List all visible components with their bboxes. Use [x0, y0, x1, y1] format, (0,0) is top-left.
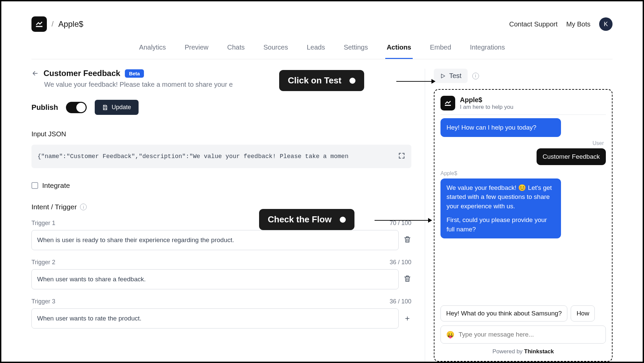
test-button[interactable]: Test — [434, 69, 468, 83]
tab-embed[interactable]: Embed — [429, 44, 453, 59]
trash-icon[interactable] — [403, 275, 411, 284]
topbar-left: / Apple$ — [31, 16, 83, 32]
tab-preview[interactable]: Preview — [183, 44, 210, 59]
user-message: Customer Feedback — [537, 148, 606, 165]
chat-logo — [440, 96, 455, 111]
info-icon[interactable]: i — [472, 73, 479, 79]
right-head: Test i — [434, 69, 613, 83]
tab-integrations[interactable]: Integrations — [469, 44, 506, 59]
trigger-3-count: 36 / 100 — [390, 298, 411, 305]
right-panel: Test i Apple$ I am here to help you Hey!… — [425, 69, 613, 362]
svg-rect-0 — [36, 26, 43, 27]
main-tabs: Analytics Preview Chats Sources Leads Se… — [31, 44, 613, 59]
tab-settings[interactable]: Settings — [342, 44, 369, 59]
integrate-checkbox[interactable] — [31, 182, 38, 189]
bot-message-1: We value your feedback! 😊 Let's get star… — [440, 178, 561, 239]
callout-dot — [349, 78, 355, 84]
update-button[interactable]: Update — [95, 100, 138, 115]
info-icon[interactable]: i — [80, 204, 87, 210]
expand-icon[interactable] — [398, 152, 405, 161]
input-json-label: Input JSON — [31, 130, 411, 138]
publish-label: Publish — [31, 103, 58, 112]
add-trigger-icon[interactable]: + — [403, 314, 411, 323]
topbar: / Apple$ Contact Support My Bots K — [31, 15, 613, 33]
chat-title: Apple$ — [460, 96, 513, 104]
chat-header: Apple$ I am here to help you — [440, 96, 606, 115]
contact-support-link[interactable]: Contact Support — [509, 20, 558, 28]
trigger-2-input[interactable] — [31, 269, 399, 289]
tab-sources[interactable]: Sources — [262, 44, 289, 59]
intent-row: Intent / Trigger i — [31, 203, 411, 211]
trash-icon[interactable] — [403, 235, 411, 245]
trigger-2-count: 36 / 100 — [390, 259, 411, 266]
action-title: Customer Feedback — [44, 69, 120, 78]
bot-label: Apple$ — [440, 170, 606, 176]
powered-by: Powered by Thinkstack — [440, 348, 606, 355]
trigger-2-label: Trigger 2 — [31, 259, 55, 266]
test-button-label: Test — [449, 72, 462, 80]
input-json-text: {"name":"Customer Feedback","description… — [37, 153, 394, 160]
callout-flow: Check the Flow — [259, 209, 354, 230]
callout-test-label: Click on Test — [288, 75, 341, 86]
callout-dot — [340, 217, 346, 223]
callout-test: Click on Test — [279, 70, 364, 91]
app-logo[interactable] — [31, 16, 47, 32]
play-icon — [440, 73, 446, 79]
emoji-icon[interactable]: 😛 — [446, 331, 455, 339]
suggestion-chip-2[interactable]: How — [571, 305, 595, 321]
trigger-3-input[interactable] — [31, 308, 399, 329]
tab-chats[interactable]: Chats — [226, 44, 246, 59]
tab-actions[interactable]: Actions — [385, 44, 412, 59]
breadcrumb-separator: / — [52, 20, 54, 28]
user-label: User — [440, 140, 606, 146]
trigger-1-count: 70 / 100 — [390, 220, 411, 227]
powered-prefix: Powered by — [492, 348, 524, 355]
arrow-line-test — [396, 81, 435, 82]
chat-input-row[interactable]: 😛 — [440, 325, 606, 344]
trigger-1-label: Trigger 1 — [31, 220, 55, 227]
beta-badge: Beta — [125, 69, 144, 78]
back-arrow-icon[interactable] — [31, 70, 39, 77]
bot-message-1-text: We value your feedback! 😊 Let's get star… — [447, 183, 555, 211]
trigger-1-block: Trigger 1 70 / 100 — [31, 220, 411, 250]
trigger-2-block: Trigger 2 36 / 100 — [31, 259, 411, 289]
input-json-box[interactable]: {"name":"Customer Feedback","description… — [31, 145, 411, 168]
publish-row: Publish Update — [31, 100, 411, 115]
chat-panel: Apple$ I am here to help you Hey! How ca… — [434, 89, 613, 362]
bot-greeting: Hey! How can I help you today? — [440, 118, 561, 137]
svg-rect-1 — [445, 105, 451, 106]
user-avatar[interactable]: K — [599, 17, 613, 31]
powered-brand: Thinkstack — [524, 348, 554, 355]
chat-input[interactable] — [459, 331, 600, 338]
publish-toggle[interactable] — [66, 102, 87, 113]
workspace-name[interactable]: Apple$ — [58, 19, 83, 29]
integrate-row: Integrate — [31, 182, 411, 190]
trigger-3-label: Trigger 3 — [31, 298, 55, 305]
intent-label: Intent / Trigger — [31, 203, 77, 211]
callout-flow-label: Check the Flow — [268, 214, 332, 225]
left-panel: Customer Feedback Beta We value your fee… — [31, 69, 425, 362]
update-button-label: Update — [111, 104, 131, 111]
chat-subtitle: I am here to help you — [460, 104, 513, 111]
arrow-line-flow — [375, 220, 431, 221]
integrate-label: Integrate — [42, 182, 70, 190]
suggestion-row: Hey! What do you think about Samsung? Ho… — [440, 305, 606, 321]
topbar-right: Contact Support My Bots K — [509, 17, 613, 31]
trigger-3-block: Trigger 3 36 / 100 + — [31, 298, 411, 329]
suggestion-chip-1[interactable]: Hey! What do you think about Samsung? — [440, 305, 567, 321]
chat-body: Hey! How can I help you today? User Cust… — [440, 115, 606, 301]
save-icon — [102, 104, 108, 111]
tab-leads[interactable]: Leads — [305, 44, 326, 59]
tab-analytics[interactable]: Analytics — [138, 44, 167, 59]
my-bots-link[interactable]: My Bots — [566, 20, 590, 28]
bot-message-2-text: First, could you please provide your ful… — [447, 215, 555, 234]
trigger-1-input[interactable] — [31, 230, 399, 250]
